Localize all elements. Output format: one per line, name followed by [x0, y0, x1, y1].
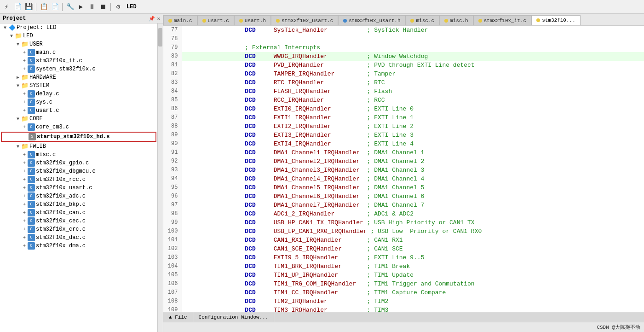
tree-item-adc-c[interactable]: + C stm32f10x_adc.c	[0, 192, 157, 200]
code-row: 93 DCD DMA1_Channel3_IRQHandler ; DMA1 C…	[163, 166, 644, 175]
expander-system[interactable]: +	[21, 67, 28, 72]
toolbar-icon-build[interactable]: 🔧	[65, 2, 75, 12]
tab-stm32-usart-h[interactable]: stm32f10x_usart.h	[338, 15, 405, 25]
tree-item-cec-c[interactable]: + C stm32f10x_cec.c	[0, 217, 157, 225]
toolbar-icon-open[interactable]: 📄	[13, 2, 22, 12]
expander-dma[interactable]: +	[21, 244, 28, 249]
expander-stm32-it[interactable]: +	[21, 58, 28, 64]
expander-core-cm3[interactable]: +	[21, 125, 28, 130]
expander-led[interactable]: ▼	[8, 34, 15, 39]
expander-dac[interactable]: +	[21, 235, 28, 240]
toolbar-icon-new[interactable]: ⚡	[2, 2, 11, 12]
code-row: 86 DCD EXTI0_IRQHandler ; EXTI Line 0	[163, 105, 644, 113]
tree-item-delay-c[interactable]: + C delay.c	[0, 90, 157, 98]
toolbar-icon-debug[interactable]: ⏸	[87, 2, 97, 12]
tab-usart-c[interactable]: usart.c	[197, 15, 234, 25]
tab-main-c[interactable]: main.c	[163, 15, 197, 25]
expander-delay[interactable]: +	[21, 92, 28, 97]
tree-item-system-c[interactable]: + C system_stm32f10x.c	[0, 65, 157, 73]
tree-item-core[interactable]: ▼ 📁 CORE	[0, 115, 157, 123]
toolbar-icon-copy[interactable]: 📋	[39, 2, 48, 12]
tree-item-bkp-c[interactable]: + C stm32f10x_bkp.c	[0, 200, 157, 209]
expander-crc[interactable]: +	[21, 227, 28, 232]
expander-cec[interactable]: +	[21, 219, 28, 224]
tree-item-sys-c[interactable]: + C sys.c	[0, 98, 157, 106]
tree-item-hardware[interactable]: ▶ 📁 HARDWARE	[0, 73, 157, 82]
tree-item-gpio-c[interactable]: + C stm32f10x_gpio.c	[0, 159, 157, 167]
file-stm32-it-icon: C	[28, 57, 35, 64]
tab-misc-c[interactable]: misc.c	[405, 15, 439, 25]
code-line-content: DCD DMA1_Channel1_IRQHandler ; DMA1 Chan…	[182, 148, 644, 157]
code-row: 89 DCD EXTI3_IRQHandler ; EXTI Line 3	[163, 131, 644, 140]
tree-item-startup-s[interactable]: S startup_stm32f10x_hd.s	[1, 132, 156, 142]
code-row: 92 DCD DMA1_Channel2_IRQHandler ; DMA1 C…	[163, 157, 644, 166]
toolbar-icon-settings[interactable]: ⚙	[114, 2, 123, 12]
expander-can[interactable]: +	[21, 210, 28, 216]
expander-main-c[interactable]: +	[21, 50, 28, 55]
tree-item-rcc-c[interactable]: + C stm32f10x_rcc.c	[0, 175, 157, 184]
code-line-content: DCD DMA1_Channel2_IRQHandler ; DMA1 Chan…	[182, 157, 644, 166]
tree-item-misc-c[interactable]: + C misc.c	[0, 151, 157, 159]
code-row: 81 DCD PVD_IRQHandler ; PVD through EXTI…	[163, 61, 644, 70]
line-number: 91	[163, 148, 182, 157]
tree-item-user[interactable]: ▼ 📁 USER	[0, 40, 157, 48]
expander-sys[interactable]: +	[21, 100, 28, 105]
line-number: 84	[163, 87, 182, 96]
close-icon[interactable]: ✕	[157, 16, 160, 22]
tree-item-dbgmcu-c[interactable]: + C stm32f10x_dbgmcu.c	[0, 167, 157, 175]
tab-stm32-usart-c[interactable]: stm32f10x_usart.c	[271, 15, 338, 25]
code-row: 82 DCD TAMPER_IRQHandler ; Tamper	[163, 70, 644, 78]
expander-usart-fwlib[interactable]: +	[21, 186, 28, 191]
tab-misc-h[interactable]: misc.h	[439, 15, 473, 25]
code-line-content: DCD EXTI9_5_IRQHandler ; EXTI Line 9..5	[182, 253, 644, 262]
bottom-tab-config[interactable]: Configuration Window...	[193, 312, 275, 322]
tree-item-usart-c-system[interactable]: + C usart.c	[0, 106, 157, 115]
tab-startup-s[interactable]: stm32f10...	[531, 15, 581, 25]
code-line-content: DCD TIM3_IRQHandler ; TIM3	[182, 306, 644, 312]
tree-item-dma-c[interactable]: + C stm32f10x_dma.c	[0, 242, 157, 250]
expander-fwlib[interactable]: ▼	[15, 144, 21, 149]
main-c-label: main.c	[36, 49, 56, 56]
tree-item-can-c[interactable]: + C stm32f10x_can.c	[0, 209, 157, 217]
tree-item-core-cm3[interactable]: + C core_cm3.c	[0, 123, 157, 131]
project-tree[interactable]: ▼ 🔷 Project: LED ▼ 📁 LED ▼ 📁 USER	[0, 23, 157, 332]
line-number: 82	[163, 70, 182, 78]
expander-rcc[interactable]: +	[21, 177, 28, 182]
toolbar-icon-stop[interactable]: ⏹	[98, 2, 108, 12]
tree-item-project-led[interactable]: ▼ 🔷 Project: LED	[0, 23, 157, 32]
code-line-content: DCD RCC_IRQHandler ; RCC	[182, 96, 644, 105]
expander-project[interactable]: ▼	[2, 25, 8, 30]
toolbar-icon-save[interactable]: 💾	[24, 2, 33, 12]
tree-item-system[interactable]: ▼ 📁 SYSTEM	[0, 82, 157, 90]
line-number: 81	[163, 61, 182, 70]
tree-item-dac-c[interactable]: + C stm32f10x_dac.c	[0, 233, 157, 242]
expander-hardware[interactable]: ▶	[15, 75, 21, 80]
pin-icon[interactable]: 📌	[149, 16, 155, 22]
tab-usart-h[interactable]: usart.h	[234, 15, 271, 25]
tree-item-crc-c[interactable]: + C stm32f10x_crc.c	[0, 225, 157, 233]
line-number: 92	[163, 157, 182, 166]
tab-usart-c-label: usart.c	[208, 18, 229, 23]
line-number: 101	[163, 236, 182, 245]
toolbar-icon-paste[interactable]: 📄	[50, 2, 59, 12]
expander-system-folder[interactable]: ▼	[15, 83, 21, 88]
file-usart-sys-icon: C	[28, 107, 35, 114]
expander-gpio[interactable]: +	[21, 161, 28, 166]
tree-item-stm32f10x-it-c[interactable]: + C stm32f10x_it.c	[0, 57, 157, 65]
tree-item-usart-fwlib-c[interactable]: + C stm32f10x_usart.c	[0, 184, 157, 192]
expander-misc[interactable]: +	[21, 152, 28, 157]
code-area[interactable]: 77 DCD SysTick_Handler ; SysTick Handler…	[163, 26, 644, 312]
tab-stm32-it-c[interactable]: stm32f10x_it.c	[473, 15, 531, 25]
tree-item-fwlib[interactable]: ▼ 📁 FWLIB	[0, 142, 157, 151]
tree-item-main-c[interactable]: + C main.c	[0, 48, 157, 57]
expander-usart-sys[interactable]: +	[21, 108, 28, 113]
expander-bkp[interactable]: +	[21, 202, 28, 207]
expander-dbgmcu[interactable]: +	[21, 169, 28, 174]
toolbar-icon-run[interactable]: ▶	[76, 2, 86, 12]
bottom-tab-file[interactable]: ▲ File	[163, 312, 193, 322]
left-scrollbar[interactable]	[157, 23, 163, 332]
tree-item-led[interactable]: ▼ 📁 LED	[0, 32, 157, 40]
expander-user[interactable]: ▼	[15, 42, 21, 47]
expander-adc[interactable]: +	[21, 194, 28, 199]
expander-core[interactable]: ▼	[15, 116, 21, 122]
